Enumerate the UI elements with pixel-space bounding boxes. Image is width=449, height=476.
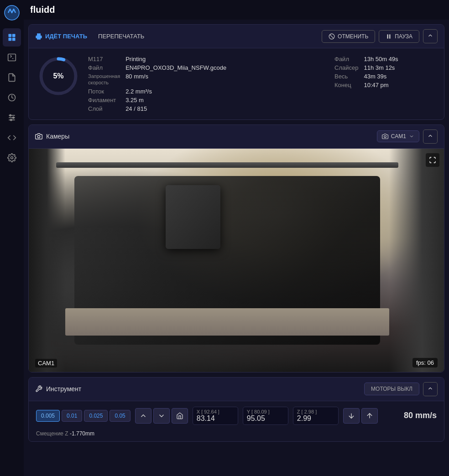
print-status-header: ИДЁТ ПЕЧАТЬ ПЕРЕПЕЧАТАТЬ ОТМЕНИТЬ ПАУЗА bbox=[29, 25, 444, 48]
print-actions: ОТМЕНИТЬ ПАУЗА bbox=[322, 29, 438, 43]
x-coord-label: X [ 92.64 ] bbox=[197, 409, 234, 414]
pause-icon bbox=[386, 33, 392, 40]
svg-rect-16 bbox=[387, 34, 388, 38]
chevron-down-icon bbox=[409, 134, 414, 139]
print-details: 5% M117 Printing Файл EN4PRO_OXO3D_Miia_… bbox=[29, 48, 444, 119]
z-action-buttons bbox=[343, 408, 378, 424]
home-icon bbox=[176, 412, 183, 419]
cam-label: CAM1 bbox=[35, 359, 57, 367]
reprint-button[interactable]: ПЕРЕПЕЧАТАТЬ bbox=[94, 31, 148, 41]
tool-body: 0.005 0.01 0.025 0.05 bbox=[29, 401, 444, 430]
svg-point-10 bbox=[10, 114, 11, 116]
arrow-down-icon bbox=[157, 412, 166, 420]
printer-scene-bg bbox=[29, 149, 444, 372]
motors-off-button[interactable]: МОТОРЫ ВЫКЛ bbox=[364, 383, 419, 395]
svg-point-13 bbox=[11, 157, 13, 159]
chevron-up-icon bbox=[427, 32, 433, 39]
requested-speed-label: Запрошеннаяскорость bbox=[88, 73, 120, 86]
z-coord-label: Z [ 2.98 ] bbox=[297, 409, 334, 414]
timing-file-value: 13h 50m 49s bbox=[364, 56, 435, 62]
x-coord-box: X [ 92.64 ] 83.14 bbox=[193, 407, 238, 425]
cancel-button[interactable]: ОТМЕНИТЬ bbox=[322, 30, 375, 43]
svg-rect-1 bbox=[9, 34, 12, 37]
app-title: fluidd bbox=[30, 5, 55, 15]
tool-header: Инструмент МОТОРЫ ВЫКЛ bbox=[29, 378, 444, 401]
timing-end-value: 10:47 pm bbox=[364, 82, 435, 88]
tool-speed-display: 80 mm/s bbox=[404, 411, 437, 420]
timing-slicer-label: Слайсер bbox=[334, 64, 358, 71]
step-0.025-button[interactable]: 0.025 bbox=[84, 410, 108, 422]
sidebar-item-settings[interactable] bbox=[3, 149, 21, 167]
svg-point-12 bbox=[10, 119, 12, 120]
sidebar-item-files[interactable] bbox=[3, 68, 21, 87]
main-content: fluidd ИДЁТ ПЕЧАТЬ ПЕРЕПЕЧАТАТЬ ОТМЕНИТ bbox=[24, 0, 449, 476]
z-offset-row: Смещение Z -1.770mm bbox=[29, 430, 444, 441]
file-value: EN4PRO_OXO3D_Miia_NSFW.gcode bbox=[125, 64, 325, 71]
settings-icon bbox=[7, 153, 16, 162]
y-coord-value: 95.05 bbox=[247, 414, 284, 423]
tool-icon bbox=[35, 385, 42, 393]
svg-point-11 bbox=[13, 117, 14, 118]
step-0.01-button[interactable]: 0.01 bbox=[62, 410, 82, 422]
flow-value: 2.2 mm³/s bbox=[125, 88, 325, 95]
z-up-action-button[interactable] bbox=[361, 408, 378, 424]
fullscreen-button[interactable] bbox=[426, 153, 439, 167]
timing-file-label: Файл bbox=[334, 56, 358, 62]
chevron-up-icon-camera bbox=[427, 133, 433, 139]
progress-circle: 5% bbox=[38, 56, 79, 97]
z-offset-value: -1.770mm bbox=[70, 430, 94, 437]
config-icon bbox=[7, 133, 16, 142]
sidebar bbox=[0, 0, 24, 476]
collapse-button[interactable] bbox=[423, 29, 438, 43]
m117-value: Printing bbox=[125, 56, 325, 62]
filament-value: 3.25 m bbox=[125, 97, 325, 103]
app-logo[interactable] bbox=[4, 5, 20, 21]
cam-selector-camera-icon bbox=[382, 133, 388, 140]
cam-selector[interactable]: CAM1 bbox=[377, 130, 419, 142]
step-buttons: 0.005 0.01 0.025 0.05 bbox=[36, 410, 131, 422]
timing-end-label: Конец bbox=[334, 82, 358, 88]
timing-slicer-value: 11h 3m 12s bbox=[364, 64, 435, 71]
step-0.05-button[interactable]: 0.05 bbox=[110, 410, 130, 422]
sidebar-item-dashboard[interactable] bbox=[3, 28, 21, 47]
requested-speed-value: 80 mm/s bbox=[125, 73, 325, 80]
filament-label: Филамент bbox=[88, 97, 120, 103]
rail-top bbox=[56, 162, 398, 168]
file-icon bbox=[7, 73, 16, 82]
tool-collapse-button[interactable] bbox=[423, 382, 438, 396]
tool-card: Инструмент МОТОРЫ ВЫКЛ 0.005 0.01 0.025 … bbox=[28, 377, 444, 442]
z-coord-box: Z [ 2.98 ] 2.99 bbox=[293, 407, 339, 425]
camera-feed: CAM1 fps: 06 bbox=[29, 149, 444, 372]
camera-collapse-button[interactable] bbox=[423, 129, 438, 144]
tool-title: Инструмент bbox=[35, 385, 81, 393]
svg-rect-5 bbox=[8, 54, 16, 61]
sidebar-item-history[interactable] bbox=[3, 88, 21, 107]
home-button[interactable] bbox=[172, 408, 188, 424]
progress-circle-container: 5% bbox=[38, 56, 79, 97]
fps-badge: fps: 06 bbox=[412, 358, 438, 367]
cam-selector-label: CAM1 bbox=[391, 133, 406, 140]
x-coord-value: 83.14 bbox=[197, 414, 234, 423]
cancel-icon bbox=[329, 33, 335, 40]
printer-frame-right bbox=[389, 149, 444, 372]
sidebar-item-tune[interactable] bbox=[3, 109, 21, 127]
tune-icon bbox=[7, 113, 16, 122]
pause-button[interactable]: ПАУЗА bbox=[379, 30, 419, 43]
move-down-button[interactable] bbox=[153, 408, 170, 424]
printer-frame-left bbox=[29, 149, 65, 372]
layer-label: Слой bbox=[88, 105, 120, 112]
z-down-icon bbox=[347, 412, 355, 420]
svg-point-20 bbox=[37, 135, 40, 138]
camera-icon bbox=[35, 133, 42, 140]
svg-line-15 bbox=[330, 34, 334, 38]
z-down-action-button[interactable] bbox=[343, 408, 360, 424]
flow-label: Поток bbox=[88, 88, 120, 95]
printer-icon bbox=[35, 33, 42, 40]
sidebar-item-console[interactable] bbox=[3, 48, 21, 67]
sidebar-item-config[interactable] bbox=[3, 129, 21, 147]
step-0.005-button[interactable]: 0.005 bbox=[36, 410, 60, 422]
progress-label: 5% bbox=[53, 72, 63, 80]
timing-weight-value: 43m 39s bbox=[364, 73, 435, 80]
history-icon bbox=[7, 93, 16, 102]
move-up-button[interactable] bbox=[135, 408, 151, 424]
